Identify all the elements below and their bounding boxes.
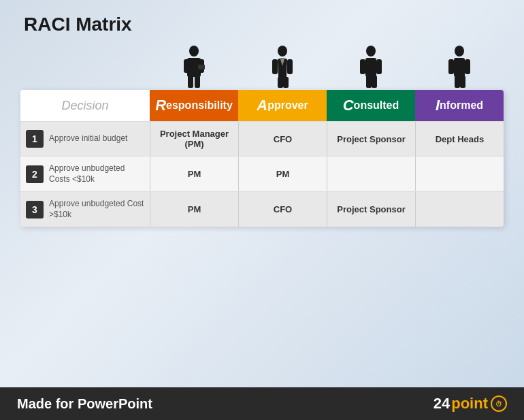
svg-point-7 [278, 46, 287, 56]
cell-2-informed [415, 157, 504, 191]
slide-title: RACI Matrix [24, 14, 504, 35]
svg-rect-5 [195, 76, 200, 88]
svg-rect-18 [366, 76, 372, 88]
brand-point: point [451, 395, 488, 413]
slide-container: RACI Matrix [0, 0, 524, 420]
svg-rect-21 [454, 58, 465, 77]
svg-rect-10 [272, 59, 278, 74]
table-row: 3 Approve unbudgeted Cost >$10k PM CFO P… [20, 191, 504, 227]
col-rest-i: nformed [440, 99, 483, 112]
decision-cell-1: 1 Approve initial budget [20, 122, 150, 156]
cell-2-consulted [327, 157, 415, 191]
figure-approver [238, 42, 327, 90]
cell-1-consulted: Project Sponsor [327, 122, 415, 156]
row-number-1: 1 [26, 130, 44, 148]
col-header-informed: I nformed [415, 90, 504, 121]
cell-1-approver: CFO [238, 122, 327, 156]
raci-table: Decision R esponsibility A pprover C ons… [20, 90, 504, 227]
cell-1-responsibility: Project Manager (PM) [150, 122, 238, 156]
col-letter-r: R [155, 97, 166, 114]
footer-text: Made for PowerPoint [17, 396, 152, 412]
svg-rect-23 [465, 59, 470, 74]
decision-header: Decision [20, 90, 150, 121]
table-row: 1 Approve initial budget Project Manager… [20, 121, 504, 156]
svg-rect-15 [365, 58, 376, 77]
col-header-approver: A pprover [238, 90, 327, 121]
figures-row [150, 42, 504, 90]
cell-1-informed: Dept Heads [415, 122, 504, 156]
footer-brand: 24 point ⏱ [433, 395, 507, 413]
svg-rect-16 [360, 59, 365, 74]
svg-rect-6 [198, 65, 205, 69]
svg-rect-19 [372, 76, 377, 88]
brand-24: 24 [433, 395, 450, 413]
col-header-consulted: C onsulted [327, 90, 415, 121]
cell-2-approver: PM [238, 157, 327, 191]
decision-text-3: Approve unbudgeted Cost >$10k [49, 199, 144, 220]
col-rest-r: esponsibility [166, 99, 233, 112]
svg-point-0 [189, 46, 199, 56]
svg-rect-24 [455, 76, 460, 88]
figure-informed [415, 42, 504, 90]
svg-rect-22 [448, 59, 454, 74]
cell-3-responsibility: PM [150, 192, 238, 227]
svg-point-14 [366, 46, 376, 56]
svg-rect-4 [188, 76, 193, 88]
svg-rect-25 [460, 76, 465, 88]
decision-cell-3: 3 Approve unbudgeted Cost >$10k [20, 192, 150, 227]
svg-rect-11 [287, 59, 293, 74]
header-row: Decision R esponsibility A pprover C ons… [20, 90, 504, 121]
col-letter-c: C [343, 97, 354, 114]
table-row: 2 Approve unbudgeted Costs <$10k PM PM [20, 156, 504, 191]
footer: Made for PowerPoint 24 point ⏱ [0, 387, 524, 420]
cell-3-informed [415, 192, 504, 227]
cell-3-approver: CFO [238, 192, 327, 227]
col-letter-a: A [257, 97, 267, 114]
svg-rect-17 [376, 59, 382, 74]
svg-rect-12 [278, 77, 283, 88]
clock-icon: ⏱ [491, 395, 507, 412]
decision-cell-2: 2 Approve unbudgeted Costs <$10k [20, 157, 150, 191]
svg-rect-2 [184, 59, 189, 73]
svg-rect-13 [283, 77, 289, 88]
figure-consulted [327, 42, 415, 90]
col-rest-c: onsulted [354, 99, 399, 112]
svg-point-20 [455, 46, 464, 56]
decision-text-2: Approve unbudgeted Costs <$10k [49, 163, 144, 184]
cell-2-responsibility: PM [150, 157, 238, 191]
col-header-responsibility: R esponsibility [150, 90, 238, 121]
row-number-2: 2 [26, 165, 44, 183]
col-rest-a: pprover [267, 99, 308, 112]
matrix-wrapper: Decision R esponsibility A pprover C ons… [20, 42, 504, 227]
decision-text-1: Approve initial budget [49, 133, 127, 144]
row-number-3: 3 [26, 201, 44, 219]
cell-3-consulted: Project Sponsor [327, 192, 415, 227]
figure-responsibility [150, 42, 238, 90]
